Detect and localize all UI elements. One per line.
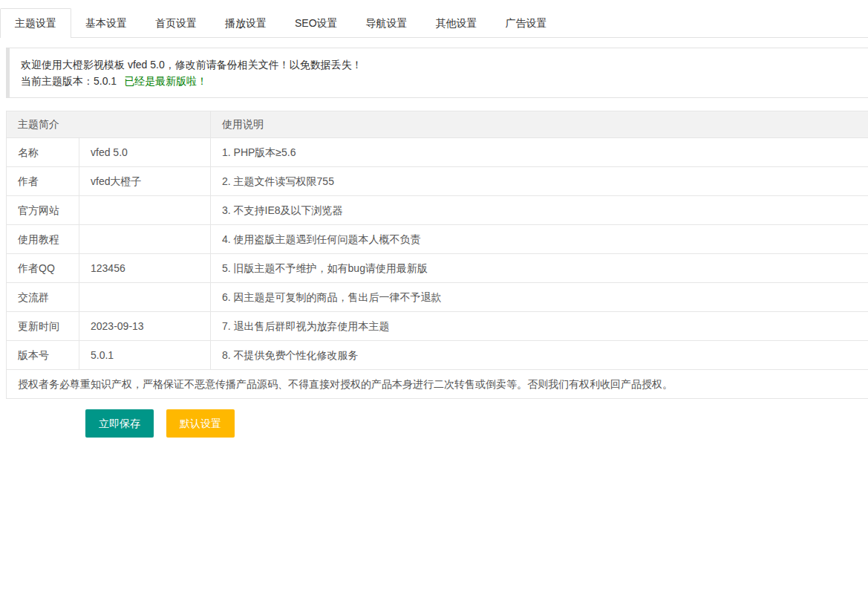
license-row: 授权者务必尊重知识产权，严格保证不恶意传播产品源码、不得直接对授权的产品本身进行… xyxy=(7,370,868,399)
row-usage-note: 1. PHP版本≥5.6 xyxy=(211,138,868,167)
row-label: 交流群 xyxy=(7,283,79,312)
tab-player-settings[interactable]: 播放设置 xyxy=(211,8,281,38)
row-usage-note: 6. 因主题是可复制的商品，售出后一律不予退款 xyxy=(211,283,868,312)
table-row: 名称vfed 5.01. PHP版本≥5.6 xyxy=(7,138,868,167)
tab-basic-settings[interactable]: 基本设置 xyxy=(71,8,141,38)
settings-tab-bar: 主题设置基本设置首页设置播放设置SEO设置导航设置其他设置广告设置 xyxy=(0,8,868,38)
table-row: 使用教程4. 使用盗版主题遇到任何问题本人概不负责 xyxy=(7,225,868,254)
form-actions: 立即保存 默认设置 xyxy=(85,409,868,438)
row-value xyxy=(79,225,211,254)
tab-home-settings[interactable]: 首页设置 xyxy=(141,8,211,38)
latest-version-status: 已经是最新版啦！ xyxy=(124,75,207,87)
row-label: 更新时间 xyxy=(7,312,79,341)
row-value: 123456 xyxy=(79,254,211,283)
tab-other-settings[interactable]: 其他设置 xyxy=(422,8,492,38)
row-usage-note: 2. 主题文件读写权限755 xyxy=(211,167,868,196)
table-row: 交流群6. 因主题是可复制的商品，售出后一律不予退款 xyxy=(7,283,868,312)
table-row: 版本号5.0.18. 不提供免费个性化修改服务 xyxy=(7,341,868,370)
tab-seo-settings[interactable]: SEO设置 xyxy=(281,8,352,38)
table-row: 作者QQ1234565. 旧版主题不予维护，如有bug请使用最新版 xyxy=(7,254,868,283)
header-theme-intro: 主题简介 xyxy=(7,111,211,138)
row-value xyxy=(79,283,211,312)
current-version-value: 5.0.1 xyxy=(94,75,117,87)
notice-line-1: 欢迎使用大橙影视模板 vfed 5.0，修改前请备份相关文件！以免数据丢失！ xyxy=(21,56,868,73)
default-settings-button[interactable]: 默认设置 xyxy=(166,409,235,438)
license-text: 授权者务必尊重知识产权，严格保证不恶意传播产品源码、不得直接对授权的产品本身进行… xyxy=(7,370,868,399)
table-row: 作者vfed大橙子2. 主题文件读写权限755 xyxy=(7,167,868,196)
row-usage-note: 8. 不提供免费个性化修改服务 xyxy=(211,341,868,370)
row-usage-note: 5. 旧版主题不予维护，如有bug请使用最新版 xyxy=(211,254,868,283)
theme-info-table: 主题简介 使用说明 名称vfed 5.01. PHP版本≥5.6作者vfed大橙… xyxy=(6,111,868,399)
row-label: 作者QQ xyxy=(7,254,79,283)
row-usage-note: 4. 使用盗版主题遇到任何问题本人概不负责 xyxy=(211,225,868,254)
row-value: vfed大橙子 xyxy=(79,167,211,196)
theme-settings-page: 主题设置基本设置首页设置播放设置SEO设置导航设置其他设置广告设置 欢迎使用大橙… xyxy=(0,8,868,438)
current-version-label: 当前主题版本： xyxy=(21,75,94,87)
row-value xyxy=(79,196,211,225)
table-header-row: 主题简介 使用说明 xyxy=(7,111,868,138)
notice-line-2: 当前主题版本：5.0.1已经是最新版啦！ xyxy=(21,73,868,89)
row-value: vfed 5.0 xyxy=(79,138,211,167)
row-usage-note: 3. 不支持IE8及以下浏览器 xyxy=(211,196,868,225)
row-value: 5.0.1 xyxy=(79,341,211,370)
row-label: 作者 xyxy=(7,167,79,196)
table-row: 官方网站3. 不支持IE8及以下浏览器 xyxy=(7,196,868,225)
row-label: 名称 xyxy=(7,138,79,167)
row-label: 版本号 xyxy=(7,341,79,370)
table-row: 更新时间2023-09-137. 退出售后群即视为放弃使用本主题 xyxy=(7,312,868,341)
row-value: 2023-09-13 xyxy=(79,312,211,341)
tab-ad-settings[interactable]: 广告设置 xyxy=(492,8,561,38)
row-usage-note: 7. 退出售后群即视为放弃使用本主题 xyxy=(211,312,868,341)
row-label: 官方网站 xyxy=(7,196,79,225)
save-button[interactable]: 立即保存 xyxy=(85,409,154,438)
header-usage-notes: 使用说明 xyxy=(211,111,868,138)
row-label: 使用教程 xyxy=(7,225,79,254)
welcome-notice: 欢迎使用大橙影视模板 vfed 5.0，修改前请备份相关文件！以免数据丢失！ 当… xyxy=(6,48,868,98)
tab-nav-settings[interactable]: 导航设置 xyxy=(352,8,422,38)
tab-theme-settings[interactable]: 主题设置 xyxy=(0,8,71,38)
